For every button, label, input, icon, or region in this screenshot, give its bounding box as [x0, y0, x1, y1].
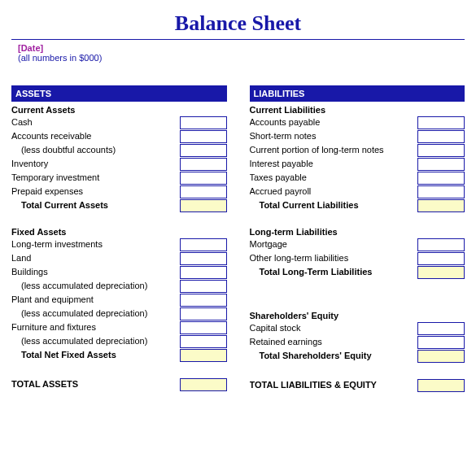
label-furniture-dep: (less accumulated depreciation): [11, 335, 180, 348]
label-capstock: Capital stock: [250, 322, 418, 335]
liabilities-column: LIABILITIES Current Liabilities Accounts…: [250, 85, 465, 393]
label-doubtful: (less doubtful accounts): [11, 144, 180, 157]
row-total-assets: TOTAL ASSETS: [11, 378, 227, 391]
input-cash[interactable]: [180, 116, 227, 129]
row-stnotes: Short-term notes: [250, 130, 465, 143]
input-furniture[interactable]: [180, 321, 227, 334]
label-total-current-liab: Total Current Liabilities: [250, 199, 418, 212]
input-ap[interactable]: [417, 116, 465, 129]
row-otherlt: Other long-term liabilities: [250, 252, 465, 265]
label-buildings-dep: (less accumulated depreciation): [11, 280, 180, 293]
input-prepaid[interactable]: [180, 185, 227, 198]
assets-column: ASSETS Current Assets Cash Accounts rece…: [11, 85, 227, 393]
row-ltinv: Long-term investments: [11, 238, 227, 251]
input-furniture-dep[interactable]: [180, 335, 227, 348]
input-stnotes[interactable]: [417, 130, 465, 143]
row-land: Land: [11, 252, 227, 265]
label-ar: Accounts receivable: [11, 130, 180, 143]
input-otherlt[interactable]: [417, 252, 465, 265]
input-buildings-dep[interactable]: [180, 280, 227, 293]
label-interest: Interest payable: [250, 158, 418, 171]
label-furniture: Furniture and fixtures: [11, 321, 180, 334]
input-payroll[interactable]: [417, 185, 465, 198]
label-prepaid: Prepaid expenses: [11, 185, 180, 198]
equity-heading: Shareholders' Equity: [250, 309, 465, 322]
row-cash: Cash: [11, 116, 227, 129]
label-total-fixed-assets: Total Net Fixed Assets: [11, 349, 180, 362]
spacer: [250, 280, 465, 307]
input-taxes[interactable]: [417, 172, 465, 185]
input-buildings[interactable]: [180, 266, 227, 279]
longterm-liab-heading: Long-term Liabilities: [250, 225, 465, 238]
row-total-fixed-assets: Total Net Fixed Assets: [11, 349, 227, 362]
label-cpltn: Current portion of long-term notes: [250, 144, 418, 157]
liabilities-header: LIABILITIES: [250, 85, 465, 102]
label-land: Land: [11, 252, 180, 265]
input-interest[interactable]: [417, 158, 465, 171]
row-total-lt-liab: Total Long-Term Liabilities: [250, 266, 465, 279]
input-ltinv[interactable]: [180, 238, 227, 251]
label-total-lt-liab: Total Long-Term Liabilities: [250, 266, 418, 279]
date-placeholder: [Date]: [18, 43, 465, 53]
label-payroll: Accrued payroll: [250, 185, 418, 198]
label-ap: Accounts payable: [250, 116, 418, 129]
output-total-fixed-assets: [180, 349, 227, 362]
label-plant-dep: (less accumulated depreciation): [11, 307, 180, 320]
row-doubtful: (less doubtful accounts): [11, 144, 227, 157]
row-plant-dep: (less accumulated depreciation): [11, 307, 227, 320]
input-retained[interactable]: [417, 336, 465, 349]
current-assets-heading: Current Assets: [11, 103, 227, 116]
label-taxes: Taxes payable: [250, 172, 418, 185]
row-total-current-liab: Total Current Liabilities: [250, 199, 465, 212]
row-interest: Interest payable: [250, 158, 465, 171]
label-total-equity: Total Shareholders' Equity: [250, 350, 418, 363]
label-retained: Retained earnings: [250, 336, 418, 349]
fixed-assets-heading: Fixed Assets: [11, 225, 227, 238]
units-note: (all numbers in $000): [18, 53, 465, 63]
columns: ASSETS Current Assets Cash Accounts rece…: [11, 85, 465, 393]
input-cpltn[interactable]: [417, 144, 465, 157]
row-payroll: Accrued payroll: [250, 185, 465, 198]
row-total-current-assets: Total Current Assets: [11, 199, 227, 212]
row-tempinv: Temporary investment: [11, 172, 227, 185]
row-inventory: Inventory: [11, 158, 227, 171]
row-taxes: Taxes payable: [250, 172, 465, 185]
label-stnotes: Short-term notes: [250, 130, 418, 143]
input-plant-dep[interactable]: [180, 307, 227, 320]
row-furniture: Furniture and fixtures: [11, 321, 227, 334]
output-total-lt-liab: [417, 266, 465, 279]
input-ar[interactable]: [180, 130, 227, 143]
title-rule: [11, 39, 465, 40]
label-plant: Plant and equipment: [11, 294, 180, 307]
row-retained: Retained earnings: [250, 336, 465, 349]
row-mortgage: Mortgage: [250, 238, 465, 251]
label-total-current-assets: Total Current Assets: [11, 199, 180, 212]
input-inventory[interactable]: [180, 158, 227, 171]
input-mortgage[interactable]: [417, 238, 465, 251]
row-prepaid: Prepaid expenses: [11, 185, 227, 198]
label-cash: Cash: [11, 116, 180, 129]
row-buildings-dep: (less accumulated depreciation): [11, 280, 227, 293]
current-liabilities-heading: Current Liabilities: [250, 103, 465, 116]
label-ltinv: Long-term investments: [11, 238, 180, 251]
row-plant: Plant and equipment: [11, 294, 227, 307]
row-furniture-dep: (less accumulated depreciation): [11, 335, 227, 348]
input-tempinv[interactable]: [180, 172, 227, 185]
meta-block: [Date] (all numbers in $000): [18, 43, 465, 63]
label-total-liab-equity: TOTAL LIABILITIES & EQUITY: [250, 379, 418, 392]
row-buildings: Buildings: [11, 266, 227, 279]
output-total-current-assets: [180, 199, 227, 212]
input-plant[interactable]: [180, 294, 227, 307]
input-capstock[interactable]: [417, 322, 465, 335]
row-total-liab-equity: TOTAL LIABILITIES & EQUITY: [250, 379, 465, 392]
label-mortgage: Mortgage: [250, 238, 418, 251]
row-total-equity: Total Shareholders' Equity: [250, 350, 465, 363]
output-total-current-liab: [417, 199, 465, 212]
label-inventory: Inventory: [11, 158, 180, 171]
label-buildings: Buildings: [11, 266, 180, 279]
input-land[interactable]: [180, 252, 227, 265]
input-doubtful[interactable]: [180, 144, 227, 157]
assets-header: ASSETS: [11, 85, 227, 102]
row-capstock: Capital stock: [250, 322, 465, 335]
output-total-equity: [417, 350, 465, 363]
